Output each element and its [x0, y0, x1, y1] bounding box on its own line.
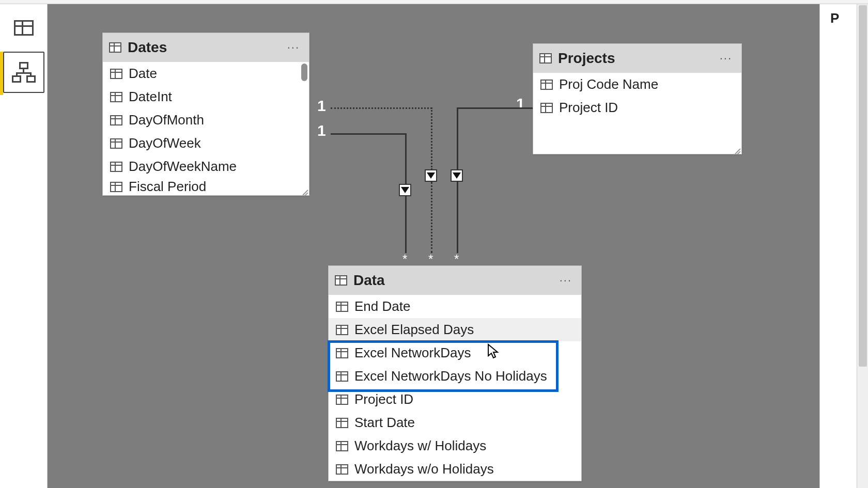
- more-menu-button[interactable]: ···: [717, 50, 735, 67]
- resize-handle[interactable]: [734, 147, 741, 154]
- field-label: DayOfMonth: [129, 112, 204, 128]
- column-icon: [336, 348, 348, 358]
- table-card-header[interactable]: Data ···: [329, 266, 581, 295]
- cardinality-many-label: *: [402, 252, 407, 266]
- column-icon: [336, 302, 348, 312]
- relationship-filter-direction[interactable]: [451, 169, 463, 182]
- table-title: Dates: [128, 39, 278, 56]
- field-item[interactable]: Excel NetworkDays No Holidays: [329, 365, 581, 388]
- table-title: Data: [353, 272, 550, 289]
- field-item[interactable]: DateInt: [103, 85, 309, 108]
- nav-data-view[interactable]: [3, 7, 44, 49]
- relationship-line[interactable]: [405, 133, 407, 187]
- table-card-header[interactable]: Dates ···: [103, 33, 309, 62]
- relationship-line-inactive[interactable]: [431, 107, 432, 170]
- field-list: End Date Excel Elapsed Days Excel Networ…: [329, 295, 581, 481]
- field-label: End Date: [354, 298, 410, 314]
- field-item[interactable]: Project ID: [329, 388, 581, 411]
- model-canvas[interactable]: Dates ··· Date DateInt DayOfMonth DayOfW…: [48, 4, 819, 488]
- column-icon: [540, 80, 553, 90]
- table-title: Projects: [558, 50, 710, 67]
- field-list: Date DateInt DayOfMonth DayOfWeek DayOfW…: [103, 62, 309, 195]
- relationship-line-inactive[interactable]: [331, 107, 432, 109]
- field-item[interactable]: DayOfWeekName: [103, 155, 309, 178]
- relationship-filter-direction[interactable]: [425, 169, 437, 182]
- column-icon: [336, 395, 348, 405]
- field-item[interactable]: Workdays w/o Holidays: [329, 458, 581, 481]
- model-icon: [12, 62, 36, 83]
- table-card-dates[interactable]: Dates ··· Date DateInt DayOfMonth DayOfW…: [102, 33, 309, 196]
- more-menu-button[interactable]: ···: [556, 272, 575, 289]
- cardinality-one-label: 1: [516, 95, 525, 113]
- field-item[interactable]: Start Date: [329, 411, 581, 434]
- field-label: DayOfWeekName: [129, 159, 237, 175]
- field-label: DateInt: [129, 89, 172, 105]
- relationship-line[interactable]: [457, 107, 533, 109]
- nav-model-view[interactable]: [3, 52, 44, 93]
- table-icon: [335, 275, 347, 286]
- relationship-filter-direction[interactable]: [399, 184, 411, 196]
- relationship-line[interactable]: [457, 182, 458, 253]
- column-icon: [110, 162, 122, 172]
- field-label: Workdays w/ Holidays: [354, 438, 486, 454]
- cardinality-one-label: 1: [317, 97, 326, 115]
- cardinality-one-label: 1: [317, 122, 326, 139]
- field-label: Fiscal Period: [129, 179, 206, 195]
- field-item[interactable]: Excel NetworkDays: [329, 341, 581, 365]
- field-item[interactable]: Workdays w/ Holidays: [329, 434, 581, 458]
- table-card-projects[interactable]: Projects ··· Proj Code Name Project ID: [533, 43, 742, 154]
- resize-handle[interactable]: [302, 188, 309, 195]
- field-item[interactable]: Excel Elapsed Days: [329, 318, 581, 341]
- column-icon: [110, 69, 122, 79]
- field-label: Excel NetworkDays No Holidays: [354, 368, 547, 384]
- relationship-line[interactable]: [457, 107, 458, 170]
- fields-pane-collapsed[interactable]: P: [819, 4, 857, 488]
- field-label: Excel NetworkDays: [354, 345, 471, 361]
- field-item[interactable]: Proj Code Name: [533, 73, 741, 96]
- field-item[interactable]: DayOfWeek: [103, 132, 309, 155]
- field-item[interactable]: DayOfMonth: [103, 108, 309, 132]
- column-icon: [336, 441, 348, 451]
- column-icon: [110, 182, 122, 192]
- scrollbar-thumb[interactable]: [301, 64, 307, 81]
- column-icon: [336, 325, 348, 335]
- field-item[interactable]: Date: [103, 62, 309, 85]
- scrollbar-thumb[interactable]: [859, 5, 867, 367]
- field-list: Proj Code Name Project ID: [533, 73, 741, 154]
- column-icon: [336, 464, 348, 475]
- cardinality-many-label: *: [454, 252, 459, 266]
- field-label: Start Date: [354, 415, 415, 431]
- field-label: Project ID: [354, 391, 413, 407]
- field-item[interactable]: Fiscal Period: [103, 178, 309, 195]
- column-icon: [110, 92, 122, 102]
- field-label: Proj Code Name: [559, 76, 658, 92]
- ribbon-strip: [0, 0, 868, 4]
- view-nav-rail: [0, 4, 48, 488]
- cardinality-many-label: *: [428, 252, 433, 266]
- table-icon: [539, 53, 552, 64]
- field-item[interactable]: Project ID: [533, 96, 741, 119]
- column-icon: [336, 371, 348, 382]
- more-menu-button[interactable]: ···: [284, 39, 303, 56]
- column-icon: [110, 115, 122, 125]
- field-label: Excel Elapsed Days: [354, 322, 474, 338]
- table-icon: [14, 20, 34, 36]
- column-icon: [540, 103, 553, 113]
- column-icon: [336, 418, 348, 428]
- table-card-data[interactable]: Data ··· End Date Excel Elapsed Days Exc…: [328, 265, 582, 481]
- ribbon-icon-fragment: [11, 0, 40, 4]
- table-card-header[interactable]: Projects ···: [533, 44, 741, 73]
- panel-label: P: [830, 10, 839, 26]
- field-label: Workdays w/o Holidays: [354, 461, 494, 477]
- relationship-line[interactable]: [331, 133, 407, 135]
- field-label: Date: [129, 66, 157, 82]
- table-icon: [109, 42, 121, 53]
- column-icon: [110, 138, 122, 149]
- field-label: Project ID: [559, 100, 618, 116]
- relationship-line[interactable]: [405, 196, 407, 253]
- relationship-line-inactive[interactable]: [431, 182, 432, 253]
- field-item[interactable]: End Date: [329, 295, 581, 318]
- vertical-scrollbar[interactable]: [857, 4, 868, 488]
- field-label: DayOfWeek: [129, 135, 201, 151]
